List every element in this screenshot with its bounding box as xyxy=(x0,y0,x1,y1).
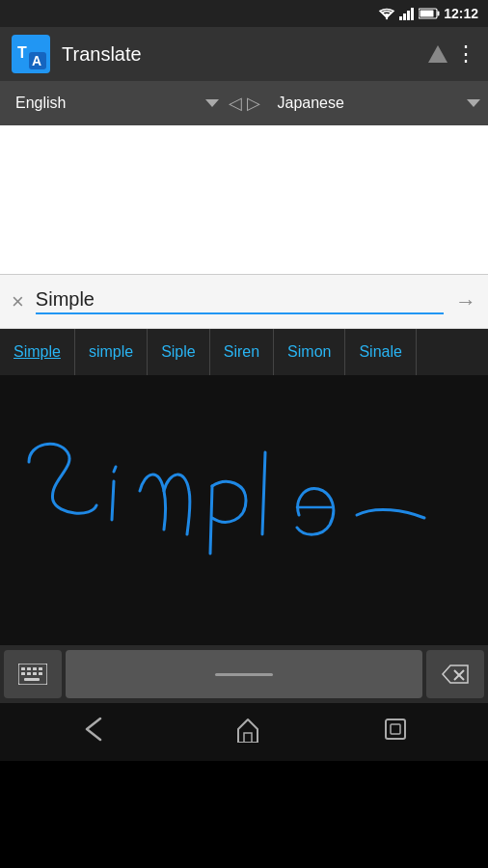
svg-rect-21 xyxy=(24,678,40,681)
suggestion-item-1[interactable]: simple xyxy=(75,329,148,375)
handwriting-canvas[interactable] xyxy=(0,375,488,645)
input-area: × Simple → xyxy=(0,275,488,329)
svg-text:A: A xyxy=(32,53,41,68)
source-language[interactable]: English xyxy=(8,95,202,112)
suggestions-bar: Simple simple Siple Siren Simon Sinale xyxy=(0,329,488,375)
nav-home-button[interactable] xyxy=(215,708,281,757)
keyboard-switch-button[interactable] xyxy=(4,650,62,698)
clear-input-button[interactable]: × xyxy=(12,289,24,314)
status-time: 12:12 xyxy=(444,6,478,21)
suggestion-item-0[interactable]: Simple xyxy=(0,329,75,375)
suggestion-item-5[interactable]: Sinale xyxy=(345,329,416,375)
language-swap-button[interactable]: ◁ ▷ xyxy=(219,93,270,114)
svg-rect-7 xyxy=(420,11,434,17)
backspace-icon xyxy=(441,664,470,685)
svg-rect-16 xyxy=(39,667,42,670)
signal-decoration xyxy=(428,45,447,63)
svg-rect-19 xyxy=(33,672,37,675)
suggestion-item-4[interactable]: Simon xyxy=(274,329,345,375)
svg-rect-20 xyxy=(39,672,42,675)
suggestion-item-3[interactable]: Siren xyxy=(210,329,274,375)
input-text-display[interactable]: Simple xyxy=(36,288,444,314)
space-bar-area[interactable] xyxy=(66,650,422,698)
space-bar-indicator xyxy=(215,673,273,676)
svg-text:T: T xyxy=(17,44,27,61)
svg-rect-14 xyxy=(27,667,31,670)
translation-output-area xyxy=(0,125,488,275)
suggestion-item-2[interactable]: Siple xyxy=(148,329,210,375)
app-title: Translate xyxy=(62,43,428,66)
recents-icon xyxy=(384,718,407,741)
svg-rect-4 xyxy=(411,8,414,20)
nav-back-button[interactable] xyxy=(62,709,131,756)
nav-recents-button[interactable] xyxy=(365,710,426,755)
keyboard-icon xyxy=(18,664,47,685)
target-lang-dropdown-icon[interactable] xyxy=(467,99,480,107)
svg-rect-18 xyxy=(27,672,31,675)
svg-rect-26 xyxy=(391,724,400,734)
svg-rect-6 xyxy=(438,12,440,16)
delete-button[interactable] xyxy=(426,650,484,698)
svg-rect-17 xyxy=(21,672,25,675)
translate-go-button[interactable]: → xyxy=(455,289,476,314)
svg-rect-1 xyxy=(399,16,402,20)
svg-rect-15 xyxy=(33,667,37,670)
handwriting-svg xyxy=(0,375,488,645)
target-language[interactable]: Japanese xyxy=(270,95,464,112)
svg-rect-3 xyxy=(407,11,410,20)
signal-icon xyxy=(399,7,415,20)
home-icon xyxy=(234,716,261,743)
back-icon xyxy=(81,717,112,742)
svg-rect-13 xyxy=(21,667,25,670)
svg-rect-24 xyxy=(244,733,252,743)
language-bar: English ◁ ▷ Japanese xyxy=(0,81,488,125)
wifi-icon xyxy=(378,7,395,20)
navigation-bar xyxy=(0,703,488,761)
status-icons: 12:12 xyxy=(378,6,478,21)
keyboard-bottom-bar xyxy=(0,645,488,703)
app-bar: T A Translate ⋮ xyxy=(0,27,488,81)
source-lang-dropdown-icon[interactable] xyxy=(205,99,219,107)
overflow-menu-button[interactable]: ⋮ xyxy=(455,41,476,67)
status-bar: 12:12 xyxy=(0,0,488,27)
svg-rect-2 xyxy=(403,14,406,20)
svg-rect-25 xyxy=(386,719,405,739)
svg-point-0 xyxy=(386,17,388,19)
battery-icon xyxy=(419,8,440,19)
app-icon: T A xyxy=(12,35,50,73)
